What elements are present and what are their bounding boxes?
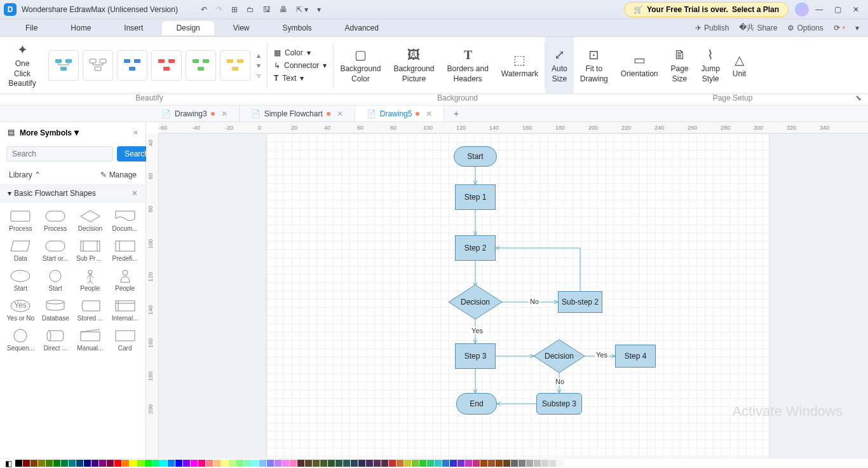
node-decision2[interactable]: Decision bbox=[534, 340, 585, 373]
shape-19[interactable]: Card bbox=[109, 327, 140, 353]
color-swatch[interactable] bbox=[53, 460, 60, 467]
color-swatch[interactable] bbox=[511, 460, 518, 467]
color-swatch[interactable] bbox=[419, 460, 426, 467]
color-swatch[interactable] bbox=[496, 460, 503, 467]
color-swatch[interactable] bbox=[366, 460, 373, 467]
shape-7[interactable]: Predefi... bbox=[109, 237, 140, 263]
color-swatch[interactable] bbox=[458, 460, 465, 467]
node-substep3[interactable]: Substep 3 bbox=[536, 393, 582, 415]
theme-1[interactable] bbox=[48, 50, 79, 81]
shape-4[interactable]: Data bbox=[5, 237, 36, 263]
unit-button[interactable]: △Unit bbox=[726, 37, 752, 93]
color-swatch[interactable] bbox=[488, 460, 495, 467]
new-tab-button[interactable]: ＋ bbox=[444, 108, 468, 120]
menu-collapse-icon[interactable]: ▾ bbox=[855, 24, 859, 32]
color-swatch[interactable] bbox=[450, 460, 457, 467]
color-swatch[interactable] bbox=[259, 460, 266, 467]
node-start[interactable]: Start bbox=[454, 146, 497, 167]
menu-home[interactable]: Home bbox=[57, 21, 105, 35]
shape-18[interactable]: Manual... bbox=[75, 327, 106, 353]
shape-9[interactable]: Start bbox=[40, 267, 71, 293]
bg-color-button[interactable]: ▢Background Color bbox=[334, 37, 387, 93]
menu-view[interactable]: View bbox=[219, 21, 264, 35]
color-swatch[interactable] bbox=[114, 460, 121, 467]
print-icon[interactable]: 🖶 bbox=[280, 5, 287, 14]
menu-design[interactable]: Design bbox=[162, 21, 214, 35]
color-swatch[interactable] bbox=[336, 460, 342, 467]
color-swatch[interactable] bbox=[84, 460, 91, 467]
color-swatch[interactable] bbox=[15, 460, 22, 467]
ps-launcher-icon[interactable]: ⬊ bbox=[849, 93, 868, 104]
color-swatch[interactable] bbox=[534, 460, 541, 467]
sidebar-collapse-icon[interactable]: « bbox=[133, 128, 138, 137]
shape-17[interactable]: Direct ... bbox=[40, 327, 71, 353]
color-swatch[interactable] bbox=[275, 460, 281, 467]
orientation-button[interactable]: ▭Orientation bbox=[614, 37, 665, 93]
undo-icon[interactable]: ↶ bbox=[201, 5, 207, 14]
color-swatch[interactable] bbox=[465, 460, 472, 467]
color-swatch[interactable] bbox=[252, 460, 259, 467]
color-swatch[interactable] bbox=[519, 460, 526, 467]
color-swatch[interactable] bbox=[145, 460, 152, 467]
color-swatch[interactable] bbox=[23, 460, 30, 467]
color-swatch[interactable] bbox=[76, 460, 83, 467]
color-swatch[interactable] bbox=[435, 460, 442, 467]
color-swatch[interactable] bbox=[69, 460, 76, 467]
shapes-panel-header[interactable]: ▾ Basic Flowchart Shapes✕ bbox=[0, 184, 146, 202]
doc-tab-0[interactable]: 📄Drawing3✕ bbox=[150, 106, 240, 121]
color-swatch[interactable] bbox=[206, 460, 213, 467]
share-button[interactable]: �共 Share bbox=[739, 22, 777, 33]
bg-picture-button[interactable]: 🖼Background Picture bbox=[387, 37, 440, 93]
color-swatch[interactable] bbox=[137, 460, 144, 467]
shape-15[interactable]: Internal... bbox=[109, 297, 140, 323]
color-swatch[interactable] bbox=[305, 460, 312, 467]
color-swatch[interactable] bbox=[290, 460, 297, 467]
color-swatch[interactable] bbox=[480, 460, 487, 467]
color-swatch[interactable] bbox=[122, 460, 129, 467]
node-substep2[interactable]: Sub-step 2 bbox=[558, 291, 602, 313]
color-swatch[interactable] bbox=[236, 460, 243, 467]
color-swatch[interactable] bbox=[381, 460, 388, 467]
color-swatch[interactable] bbox=[183, 460, 190, 467]
color-swatch[interactable] bbox=[168, 460, 175, 467]
color-swatch[interactable] bbox=[297, 460, 304, 467]
color-swatch[interactable] bbox=[191, 460, 198, 467]
shape-14[interactable]: Stored ... bbox=[75, 297, 106, 323]
color-swatch[interactable] bbox=[549, 460, 556, 467]
save-icon[interactable]: 🖫 bbox=[263, 5, 271, 14]
new-icon[interactable]: ⊞ bbox=[231, 5, 238, 14]
theme-6[interactable] bbox=[220, 50, 250, 81]
options-button[interactable]: ⚙ Options bbox=[787, 24, 823, 32]
color-swatch[interactable] bbox=[46, 460, 53, 467]
color-swatch[interactable] bbox=[160, 460, 167, 467]
drawing-page[interactable]: Start Step 1 Step 2 Decision Sub-step 2 … bbox=[267, 134, 769, 458]
borders-headers-button[interactable]: 𝐓Borders and Headers bbox=[440, 37, 494, 93]
color-picker-icon[interactable]: ◧ bbox=[5, 459, 12, 468]
redo-icon[interactable]: ↷ bbox=[216, 5, 222, 14]
color-swatch[interactable] bbox=[214, 460, 220, 467]
open-icon[interactable]: 🗀 bbox=[247, 5, 254, 14]
notification-icon[interactable]: ⟳• bbox=[834, 24, 845, 32]
fit-drawing-button[interactable]: ⊡Fit to Drawing bbox=[574, 37, 614, 93]
color-swatch[interactable] bbox=[442, 460, 449, 467]
color-swatch[interactable] bbox=[358, 460, 365, 467]
shape-6[interactable]: Sub Pro... bbox=[75, 237, 106, 263]
color-swatch[interactable] bbox=[175, 460, 182, 467]
canvas[interactable]: Start Step 1 Step 2 Decision Sub-step 2 … bbox=[159, 134, 868, 458]
gallery-scroll[interactable]: ▴▾▿ bbox=[254, 51, 263, 80]
shape-3[interactable]: Docum... bbox=[109, 207, 140, 233]
shape-8[interactable]: Start bbox=[5, 267, 36, 293]
shape-11[interactable]: People bbox=[109, 267, 140, 293]
search-input[interactable] bbox=[6, 146, 113, 162]
color-button[interactable]: ▦ Color ▾ bbox=[274, 48, 327, 57]
color-swatch[interactable] bbox=[503, 460, 510, 467]
color-swatch[interactable] bbox=[343, 460, 350, 467]
color-swatch[interactable] bbox=[244, 460, 251, 467]
color-swatch[interactable] bbox=[153, 460, 159, 467]
shape-12[interactable]: YesYes or No bbox=[5, 297, 36, 323]
shape-16[interactable]: Sequen... bbox=[5, 327, 36, 353]
menu-file[interactable]: File bbox=[11, 21, 51, 35]
color-swatch[interactable] bbox=[564, 460, 571, 467]
color-swatch[interactable] bbox=[313, 460, 320, 467]
color-swatch[interactable] bbox=[557, 460, 564, 467]
